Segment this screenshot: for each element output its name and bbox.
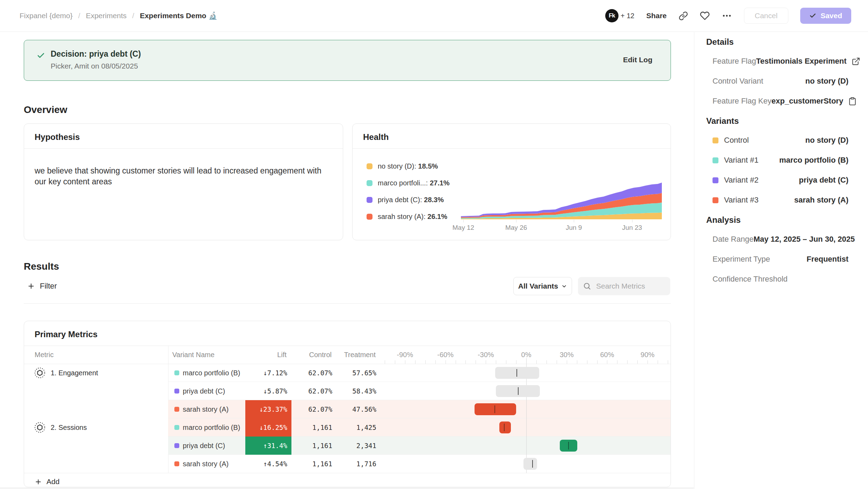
- variant-color-swatch: [713, 197, 718, 203]
- field-value-group: Testimonials Experiment: [756, 57, 860, 66]
- field-value-group: priya debt (C): [799, 176, 848, 185]
- confidence-interval-bar: [499, 421, 511, 433]
- metric-variant-row[interactable]: priya debt (C)↓5.87%62.07%58.43%: [168, 382, 671, 400]
- search-metrics-input[interactable]: [595, 282, 662, 291]
- plus-icon: [35, 478, 42, 486]
- field-label-text: Control Variant: [713, 77, 763, 86]
- filter-button[interactable]: Filter: [27, 277, 57, 295]
- variants-heading: Variants: [706, 116, 848, 126]
- x-axis-label: Jun 9: [566, 224, 582, 232]
- edit-log-button[interactable]: Edit Log: [623, 56, 652, 64]
- axis-minor-tick: [506, 360, 506, 364]
- field-label: Date Range: [713, 235, 753, 244]
- variants-dropdown[interactable]: All Variants: [513, 277, 572, 295]
- metric-variant-row[interactable]: marco portfolio (B)↓7.12%62.07%57.65%: [168, 364, 671, 382]
- add-metric-button[interactable]: Add: [35, 476, 59, 487]
- field-label-text: Date Range: [713, 235, 753, 244]
- metric-name: 2. Sessions: [51, 424, 87, 432]
- legend-pct: 27.1%: [430, 179, 450, 187]
- health-stacked-area-chart: [461, 183, 662, 219]
- metric-name: 1. Engagement: [51, 369, 98, 377]
- metric-variant-row[interactable]: priya debt (C)↑31.4%1,1612,341: [168, 437, 671, 455]
- favorite-heart-icon[interactable]: [700, 11, 710, 21]
- saved-button[interactable]: Saved: [800, 8, 851, 24]
- axis-minor-tick: [587, 360, 587, 364]
- metric-label[interactable]: 1. Engagement: [34, 364, 98, 382]
- axis-minor-tick: [516, 360, 516, 364]
- legend-pct: 18.5%: [418, 162, 438, 170]
- cancel-button[interactable]: Cancel: [744, 8, 788, 24]
- control-value: 1,161: [312, 437, 332, 455]
- share-button[interactable]: Share: [646, 12, 666, 20]
- lift-marker: [518, 387, 519, 395]
- legend-pct: 28.3%: [424, 196, 444, 204]
- metric-variant-row[interactable]: sarah story (A)↓23.37%62.07%47.56%: [168, 400, 671, 418]
- external-link-icon[interactable]: [852, 57, 860, 66]
- copy-icon[interactable]: [848, 97, 857, 106]
- analysis-row: Experiment TypeFrequentist: [706, 254, 848, 264]
- axis-minor-tick: [607, 360, 607, 364]
- field-value-group: no story (D): [805, 136, 848, 145]
- variant-color-dot: [174, 389, 179, 394]
- field-label: Experiment Type: [713, 255, 770, 264]
- variant-color-dot: [174, 443, 179, 448]
- field-label-text: Variant #1: [724, 156, 759, 165]
- column-header: Variant Name: [172, 351, 215, 358]
- treatment-value: 57.65%: [352, 364, 376, 382]
- details-heading: Details: [706, 37, 848, 47]
- field-value: Testimonials Experiment: [756, 57, 847, 66]
- add-metric-label: Add: [46, 477, 59, 486]
- axis-minor-tick: [385, 360, 385, 364]
- decision-subtitle: Picker, Amit on 08/05/2025: [51, 62, 138, 70]
- axis-minor-tick: [557, 360, 557, 364]
- variant-color-dot: [174, 407, 179, 412]
- metric-label[interactable]: 2. Sessions: [34, 418, 87, 437]
- divider: [24, 346, 671, 346]
- field-value-group: sarah story (A): [794, 196, 848, 205]
- more-options-icon[interactable]: [722, 10, 732, 21]
- variant-name: sarah story (A): [183, 400, 229, 418]
- variant-name: priya debt (C): [183, 437, 225, 455]
- check-icon: [37, 51, 45, 60]
- variant-color-dot: [174, 461, 179, 466]
- field-label-text: Confidence Threshold: [713, 275, 788, 284]
- treatment-value: 1,425: [356, 418, 376, 437]
- field-value-group: no story (D): [805, 77, 848, 86]
- field-label: Control: [713, 136, 749, 145]
- lift-value: ↑4.54%: [263, 455, 287, 473]
- link-icon[interactable]: [679, 11, 688, 21]
- axis-minor-tick: [648, 360, 648, 364]
- axis-minor-tick: [577, 360, 577, 364]
- variant-name: marco portfolio (B): [183, 364, 240, 382]
- column-header: Control: [309, 351, 332, 358]
- variants-row: Variant #2priya debt (C): [706, 175, 848, 185]
- field-value-group: marco portfolio (B): [779, 156, 848, 165]
- field-value: May 12, 2025 – Jun 30, 2025: [753, 235, 855, 244]
- breadcrumb-experiments[interactable]: Experiments: [86, 12, 127, 20]
- collaborators: Fk + 12: [605, 9, 634, 22]
- field-label: Variant #1: [713, 156, 759, 165]
- breadcrumb-project[interactable]: Fixpanel {demo}: [20, 12, 73, 20]
- field-label: Feature Flag: [713, 57, 756, 66]
- metric-variant-row[interactable]: marco portfolio (B)↓16.25%1,1611,425: [168, 418, 671, 437]
- legend-pct: 26.1%: [427, 213, 447, 220]
- field-value: no story (D): [805, 77, 848, 86]
- control-value: 1,161: [312, 455, 332, 473]
- details-row: Feature FlagTestimonials Experiment: [706, 56, 848, 66]
- field-value-group: Frequentist: [806, 255, 848, 264]
- variants-dropdown-label: All Variants: [518, 282, 558, 290]
- hypothesis-title: Hypothesis: [35, 132, 80, 142]
- variant-color-swatch: [713, 177, 718, 183]
- axis-minor-tick: [668, 360, 668, 364]
- metric-variant-row[interactable]: sarah story (A)↑4.54%1,1611,716: [168, 455, 671, 473]
- field-value-group: exp_customerStory: [772, 97, 857, 106]
- field-label-text: Feature Flag Key: [713, 97, 772, 106]
- field-value: marco portfolio (B): [779, 156, 848, 165]
- avatar[interactable]: Fk: [605, 9, 619, 22]
- field-value: Frequentist: [806, 255, 848, 264]
- main-content: Decision: priya debt (C) Picker, Amit on…: [0, 32, 694, 489]
- axis-minor-tick: [415, 360, 415, 364]
- confidence-interval-bar: [495, 367, 539, 379]
- variants-row: Variant #1marco portfolio (B): [706, 155, 848, 165]
- breadcrumb-separator: /: [132, 12, 134, 20]
